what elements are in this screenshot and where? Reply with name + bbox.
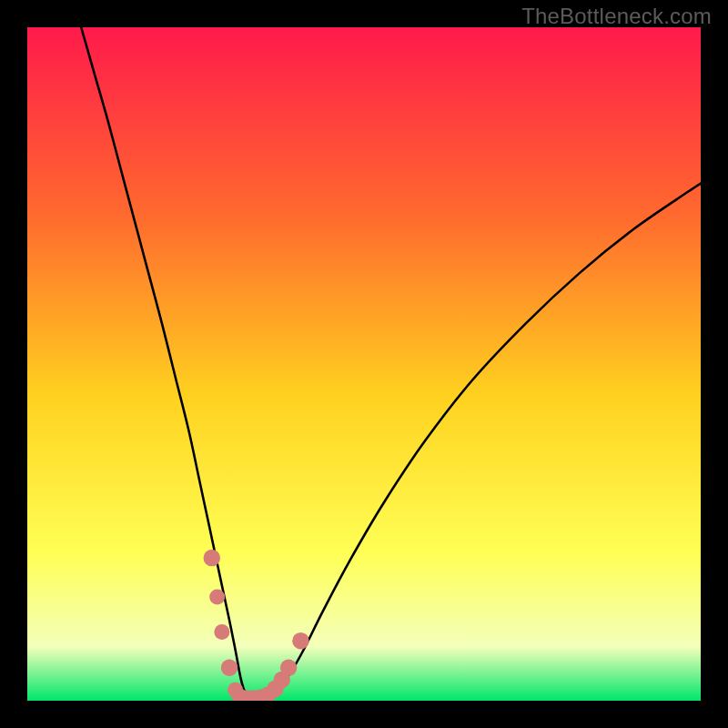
watermark-text: TheBottleneck.com	[521, 4, 712, 29]
marker-dot	[204, 550, 221, 567]
bottleneck-curve	[81, 27, 701, 699]
marker-dot	[214, 624, 229, 640]
chart-svg	[27, 27, 701, 701]
marker-dot	[221, 659, 238, 676]
marker-dot	[280, 659, 298, 676]
plot-area	[27, 27, 701, 701]
marker-dot	[292, 632, 309, 650]
marker-dot	[209, 590, 225, 605]
chart-frame: TheBottleneck.com	[0, 0, 728, 728]
